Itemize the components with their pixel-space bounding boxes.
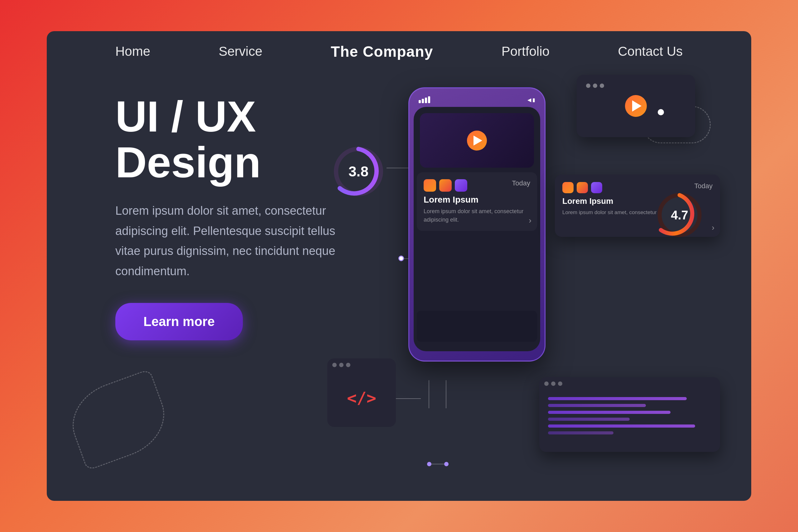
icon-orange [424,179,436,192]
code-line-6 [548,431,613,434]
connector-dot-top [658,109,664,115]
nav-brand: The Company [331,43,433,60]
today-label: Today [512,179,530,187]
rating-38-value: 3.8 [348,163,368,180]
code-dots [327,358,396,369]
vert-line-1 [429,380,429,408]
phone-area: 3.8 ◀ ▮ [321,69,726,489]
lorem-title: Lorem Ipsum [424,195,530,205]
icon-red [439,179,452,192]
rating-47-value: 4.7 [671,208,688,222]
bottom-dot-2 [444,462,449,466]
cfc-dot-1 [544,381,549,386]
cfc-dot-3 [558,381,562,386]
code-line-5 [548,424,695,428]
vdot-1 [586,83,590,88]
phone-status-bar: ◀ ▮ [419,96,535,103]
dot-1 [332,363,337,367]
nav-contact[interactable]: Contact Us [618,44,683,59]
phone-mockup: ◀ ▮ Today Lorem Ipsum [408,87,546,362]
nav-home[interactable]: Home [115,44,150,59]
nav-service[interactable]: Service [218,44,262,59]
arrow-icon: › [529,216,531,225]
cfc-dot-2 [551,381,555,386]
main-container: Home Service The Company Portfolio Conta… [47,31,751,501]
hero-title: UI / UX Design [115,94,365,185]
phone-video-card [420,113,534,168]
code-symbol: </> [327,369,396,427]
dot-3 [346,363,350,367]
fc-icon-1 [562,182,573,193]
navbar: Home Service The Company Portfolio Conta… [47,31,751,72]
hero-description: Lorem ipsum dolor sit amet, consectetur … [115,201,340,281]
fc-today: Today [694,182,712,190]
rating-badge-47: 4.7 [654,190,704,240]
code-lines [539,388,720,434]
play-btn-large[interactable] [625,95,647,117]
vdot-2 [593,83,597,88]
fc-icon-2 [577,182,588,193]
dot-2 [339,363,343,367]
nav-portfolio[interactable]: Portfolio [501,44,550,59]
fc-icon-3 [591,182,602,193]
connector-dot-mid [398,255,404,261]
learn-more-button[interactable]: Learn more [115,303,243,340]
code-card-float [539,377,720,452]
dashed-curve-decoration [62,369,175,471]
connector-line-3 [396,398,421,399]
phone-lorem-card: Today Lorem Ipsum Lorem ipsum dolor sit … [417,172,537,231]
signal-bars [419,96,430,103]
video-card-float [577,75,695,137]
code-line-1 [548,397,687,400]
code-line-4 [548,418,630,421]
cfc-dots [539,377,720,388]
fc-arrow: › [712,223,715,232]
video-dots [581,79,609,90]
code-line-3 [548,411,670,414]
rating-badge-38: 3.8 [330,144,386,200]
lorem-text: Lorem ipsum dolor sit amet, consectetur … [424,207,530,224]
vert-line-2 [446,380,446,408]
code-line-2 [548,404,646,407]
phone-screen: Today Lorem Ipsum Lorem ipsum dolor sit … [414,107,540,351]
vdot-3 [600,83,604,88]
hero-section: UI / UX Design Lorem ipsum dolor sit ame… [115,94,365,340]
play-button[interactable] [467,131,487,151]
phone-empty-card [417,311,537,342]
icon-purple [455,179,467,192]
code-card-left: </> [327,358,396,427]
bottom-dot-1 [427,462,432,466]
